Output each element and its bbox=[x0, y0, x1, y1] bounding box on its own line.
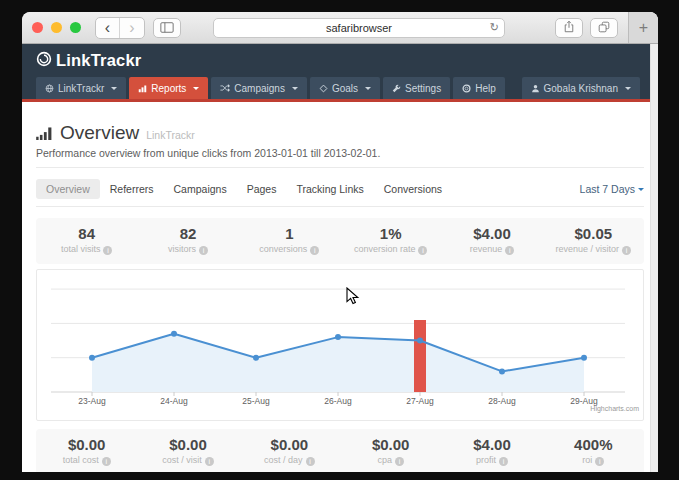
stat-cost-per-visit: $0.00 cost / visiti bbox=[137, 429, 238, 472]
stat-revenue-per-visitor: $0.05 revenue / visitori bbox=[543, 218, 644, 264]
stat-value: 84 bbox=[36, 225, 137, 242]
tab-campaigns[interactable]: Campaigns bbox=[164, 179, 237, 199]
nav-item-help[interactable]: Help bbox=[453, 77, 505, 99]
chevron-down-icon bbox=[365, 87, 371, 90]
stat-label: conversion rate bbox=[354, 244, 416, 254]
divider bbox=[36, 167, 644, 168]
minimize-button[interactable] bbox=[51, 22, 62, 33]
chevron-down-icon bbox=[111, 87, 117, 90]
chevron-down-icon bbox=[638, 188, 644, 191]
nav-item-settings[interactable]: Settings bbox=[383, 77, 450, 99]
close-button[interactable] bbox=[32, 22, 43, 33]
nav-item-campaigns[interactable]: Campaigns bbox=[211, 77, 307, 99]
tab-conversions[interactable]: Conversions bbox=[374, 179, 452, 199]
tab-referrers[interactable]: Referrers bbox=[100, 179, 164, 199]
svg-text:25-Aug: 25-Aug bbox=[242, 396, 270, 406]
share-icon bbox=[563, 19, 575, 37]
tabs-icon bbox=[598, 19, 610, 37]
chevron-down-icon bbox=[625, 87, 631, 90]
stat-label: revenue / visitor bbox=[556, 244, 620, 254]
forward-button[interactable]: › bbox=[120, 18, 144, 38]
stat-value: 82 bbox=[137, 225, 238, 242]
back-button[interactable]: ‹ bbox=[96, 18, 120, 38]
nav-label: Goals bbox=[332, 83, 358, 94]
stat-cost-per-day: $0.00 cost / dayi bbox=[239, 429, 340, 472]
tab-tracking-links[interactable]: Tracking Links bbox=[286, 179, 373, 199]
signal-bars-icon bbox=[36, 127, 54, 140]
tab-pages[interactable]: Pages bbox=[237, 179, 287, 199]
page-subtitle: Performance overview from unique clicks … bbox=[36, 147, 644, 159]
stat-value: 1 bbox=[239, 225, 340, 242]
page-title: Overview bbox=[60, 122, 139, 144]
reload-button[interactable]: ↻ bbox=[490, 21, 499, 34]
visits-chart[interactable]: 23-Aug24-Aug25-Aug26-Aug27-Aug28-Aug29-A… bbox=[36, 269, 644, 421]
stat-cpa: $0.00 cpai bbox=[340, 429, 441, 472]
stat-value: 400% bbox=[543, 436, 644, 453]
report-tabs: Overview Referrers Campaigns Pages Track… bbox=[36, 179, 644, 207]
stat-profit: $4.00 profiti bbox=[441, 429, 542, 472]
stat-label: conversions bbox=[259, 244, 307, 254]
stats-bottom-panel: $0.00 total costi $0.00 cost / visiti $0… bbox=[36, 429, 644, 472]
app-header: LinkTrackr bbox=[22, 44, 658, 77]
stat-conversion-rate: 1% conversion ratei bbox=[340, 218, 441, 264]
info-icon[interactable]: i bbox=[102, 457, 111, 466]
nav-label: Settings bbox=[405, 83, 441, 94]
stat-value: $4.00 bbox=[441, 225, 542, 242]
stat-label: total visits bbox=[61, 244, 101, 254]
stat-label: cpa bbox=[377, 455, 392, 465]
sidebar-toggle-button[interactable] bbox=[153, 18, 181, 38]
new-tab-button[interactable]: + bbox=[628, 12, 658, 43]
chevron-down-icon bbox=[292, 87, 298, 90]
svg-text:27-Aug: 27-Aug bbox=[406, 396, 434, 406]
info-icon[interactable]: i bbox=[622, 246, 631, 255]
info-icon[interactable]: i bbox=[103, 246, 112, 255]
scrollbar-track[interactable] bbox=[650, 44, 658, 472]
share-button[interactable] bbox=[555, 18, 583, 38]
life-ring-icon bbox=[462, 84, 471, 93]
stat-value: $0.00 bbox=[340, 436, 441, 453]
info-icon[interactable]: i bbox=[306, 457, 315, 466]
stat-label: roi bbox=[582, 455, 592, 465]
stat-value: $0.05 bbox=[543, 225, 644, 242]
info-icon[interactable]: i bbox=[418, 246, 427, 255]
zoom-button[interactable] bbox=[70, 22, 81, 33]
info-icon[interactable]: i bbox=[205, 457, 214, 466]
tab-overview-button[interactable] bbox=[590, 18, 618, 38]
svg-text:26-Aug: 26-Aug bbox=[324, 396, 352, 406]
info-icon[interactable]: i bbox=[499, 457, 508, 466]
user-menu[interactable]: Gobala Krishnan bbox=[522, 77, 641, 99]
shuffle-icon bbox=[220, 83, 230, 93]
main-nav: LinkTrackr Reports Campaigns Goals Setti… bbox=[22, 77, 658, 99]
page-content: Overview LinkTrackr Performance overview… bbox=[22, 102, 658, 472]
nav-item-reports[interactable]: Reports bbox=[129, 77, 208, 99]
stat-conversions: 1 conversionsi bbox=[239, 218, 340, 264]
info-icon[interactable]: i bbox=[595, 457, 604, 466]
sidebar-icon bbox=[160, 19, 174, 37]
nav-label: Reports bbox=[151, 83, 186, 94]
nav-item-linktrackr[interactable]: LinkTrackr bbox=[36, 77, 126, 99]
nav-label: Help bbox=[475, 83, 496, 94]
stat-label: total cost bbox=[63, 455, 99, 465]
linktrackr-logo[interactable]: LinkTrackr bbox=[36, 51, 141, 71]
info-icon[interactable]: i bbox=[199, 246, 208, 255]
stat-revenue: $4.00 revenuei bbox=[441, 218, 542, 264]
logo-text: LinkTrackr bbox=[56, 51, 141, 70]
date-range-dropdown[interactable]: Last 7 Days bbox=[580, 183, 644, 195]
stat-label: cost / visit bbox=[162, 455, 202, 465]
traffic-lights bbox=[32, 22, 81, 33]
date-range-label: Last 7 Days bbox=[580, 183, 635, 195]
stats-top-panel: 84 total visitsi 82 visitorsi 1 conversi… bbox=[36, 218, 644, 264]
info-icon[interactable]: i bbox=[505, 246, 514, 255]
address-bar[interactable]: safaribrowser ↻ bbox=[213, 18, 505, 38]
svg-text:28-Aug: 28-Aug bbox=[488, 396, 516, 406]
chart-canvas: 23-Aug24-Aug25-Aug26-Aug27-Aug28-Aug29-A… bbox=[37, 270, 643, 420]
stat-value: 1% bbox=[340, 225, 441, 242]
bar-chart-icon bbox=[138, 84, 147, 93]
nav-item-goals[interactable]: Goals bbox=[310, 77, 380, 99]
info-icon[interactable]: i bbox=[395, 457, 404, 466]
info-icon[interactable]: i bbox=[310, 246, 319, 255]
user-name: Gobala Krishnan bbox=[544, 83, 619, 94]
tab-overview[interactable]: Overview bbox=[36, 179, 100, 199]
nav-label: LinkTrackr bbox=[58, 83, 104, 94]
stat-total-visits: 84 total visitsi bbox=[36, 218, 137, 264]
